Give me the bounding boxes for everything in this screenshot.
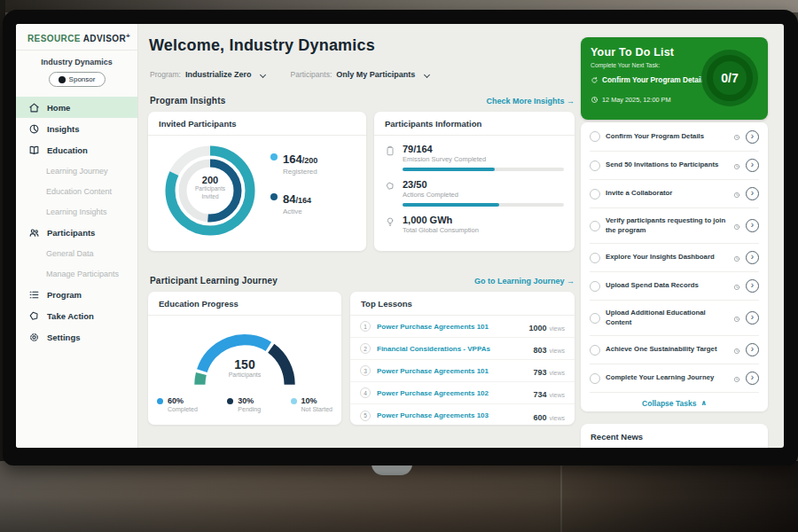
sidebar-item-manage-participants[interactable]: Manage Participants (16, 263, 137, 284)
todo-list-card: Confirm Your Program Details Send 50 Inv… (581, 122, 768, 411)
invited-donut-chart: 200 ParticipantsInvited (160, 141, 260, 240)
todo-item: Send 50 Invitations to Participants (590, 151, 759, 179)
sidebar-nav: Home Insights Education Learning Journey… (16, 97, 137, 348)
sidebar-item-label: Education Content (46, 187, 112, 196)
photo-of-monitor: RESOURCE ADVISOR+ Industry Dynamics Spon… (0, 0, 798, 532)
legend-dot (270, 193, 278, 200)
checkbox[interactable] (590, 373, 600, 384)
section-title: Participant Learning Journey (150, 276, 278, 286)
logo-text-primary: RESOURCE (27, 34, 81, 43)
rank-badge: 1 (360, 321, 371, 332)
action-badge-icon (27, 309, 40, 322)
stat-actions-completed: 23/50 Actions Completed (374, 171, 575, 207)
rank-badge: 3 (360, 365, 371, 376)
lesson-link[interactable]: Power Purchase Agreements 101 (377, 367, 527, 375)
gauge-legend: 60%Completed 30%Pending 10%Not Started (157, 396, 332, 412)
checkbox[interactable] (590, 131, 600, 142)
checkbox[interactable] (590, 189, 600, 200)
insights-pie-icon (27, 122, 40, 135)
participants-information-card: Participants Information 79/164 Emission… (374, 112, 575, 251)
clock-icon (733, 371, 740, 387)
go-button[interactable] (746, 311, 759, 325)
app-logo: RESOURCE ADVISOR+ (16, 24, 137, 51)
sidebar-item-label: Learning Insights (46, 207, 107, 216)
education-gauge-chart: 150 Participants (178, 318, 311, 391)
lesson-row: 3 Power Purchase Agreements 101 793views (350, 360, 575, 382)
donut-legend: 164/200 Registered 84/164 Active (270, 151, 317, 215)
clock-icon (733, 278, 740, 294)
list-icon (27, 288, 40, 301)
todo-next-task: Confirm Your Program Details (602, 75, 707, 84)
arrow-right-icon: → (567, 277, 575, 286)
legend-completed: 60%Completed (157, 396, 198, 412)
lesson-row: 4 Power Purchase Agreements 102 734views (350, 382, 575, 404)
go-button[interactable] (746, 187, 759, 200)
sponsor-badge-label: Sponsor (69, 75, 96, 83)
lesson-link[interactable]: Power Purchase Agreements 103 (377, 411, 527, 419)
chevron-down-icon (424, 71, 430, 77)
sidebar-item-education-content[interactable]: Education Content (16, 181, 137, 201)
sidebar-item-insights[interactable]: Insights (16, 118, 137, 139)
todo-item: Confirm Your Program Details (590, 122, 759, 151)
checkbox[interactable] (590, 281, 600, 292)
todo-item: Explore Your Insights Dashboard (590, 243, 759, 271)
clock-icon (733, 186, 740, 202)
sidebar-item-take-action[interactable]: Take Action (16, 305, 137, 326)
go-button[interactable] (746, 372, 759, 385)
monitor-bezel: RESOURCE ADVISOR+ Industry Dynamics Spon… (3, 10, 798, 466)
program-value: Industrialize Zero (185, 70, 252, 79)
sidebar-item-learning-journey[interactable]: Learning Journey (16, 160, 137, 181)
go-button[interactable] (746, 343, 759, 356)
desk-shadow (0, 497, 798, 532)
go-button[interactable] (746, 251, 759, 264)
arrow-right-icon: → (567, 97, 575, 106)
legend-dot (291, 398, 297, 404)
go-to-learning-journey-link[interactable]: Go to Learning Journey → (474, 277, 575, 286)
legend-dot (227, 398, 233, 404)
checkbox[interactable] (590, 313, 600, 324)
bulb-icon (385, 215, 395, 234)
legend-registered: 164/200 Registered (270, 151, 317, 176)
sidebar-item-learning-insights[interactable]: Learning Insights (16, 201, 137, 222)
chevron-down-icon (260, 71, 266, 77)
participants-dropdown[interactable]: Participants: Only My Participants (290, 70, 429, 79)
card-title: Invited Participants (148, 112, 366, 136)
lesson-link[interactable]: Financial Considerations - VPPAs (377, 345, 527, 353)
sidebar-item-settings[interactable]: Settings (16, 326, 137, 348)
sidebar-item-program[interactable]: Program (16, 284, 137, 305)
check-more-insights-link[interactable]: Check More Insights → (486, 97, 575, 106)
checkbox[interactable] (590, 345, 600, 356)
top-lessons-card: Top Lessons 1 Power Purchase Agreements … (350, 292, 575, 425)
go-button[interactable] (746, 159, 759, 172)
collapse-tasks-link[interactable]: Collapse Tasks ∧ (590, 392, 759, 413)
lesson-row: 5 Power Purchase Agreements 103 600views (350, 404, 575, 426)
clock-icon (733, 250, 740, 266)
sidebar-item-label: General Data (46, 249, 94, 258)
sidebar: RESOURCE ADVISOR+ Industry Dynamics Spon… (16, 24, 138, 448)
go-button[interactable] (746, 130, 759, 144)
go-button[interactable] (746, 279, 759, 293)
checkbox[interactable] (590, 221, 600, 231)
donut-center-label: 200 ParticipantsInvited (160, 175, 260, 201)
card-title: Participants Information (374, 112, 575, 136)
progress-bar (403, 168, 564, 171)
lesson-link[interactable]: Power Purchase Agreements 102 (377, 389, 527, 397)
card-title: Recent News (581, 424, 768, 448)
sidebar-item-general-data[interactable]: General Data (16, 243, 137, 263)
progress-bar-fill (403, 203, 499, 207)
sponsor-badge[interactable]: Sponsor (49, 72, 106, 87)
lesson-link[interactable]: Power Purchase Agreements 101 (377, 323, 522, 331)
go-button[interactable] (746, 219, 759, 232)
clock-icon (733, 218, 740, 234)
checkbox[interactable] (590, 253, 600, 263)
sidebar-item-education[interactable]: Education (16, 139, 137, 160)
card-title: Education Progress (148, 292, 341, 316)
program-dropdown[interactable]: Program: Industrialize Zero (150, 70, 265, 79)
clock-icon (733, 342, 740, 358)
program-label: Program: (150, 70, 181, 79)
sidebar-item-label: Program (47, 290, 82, 300)
logo-text-secondary: ADVISOR (83, 34, 126, 43)
sidebar-item-participants[interactable]: Participants (16, 222, 137, 243)
checkbox[interactable] (590, 160, 600, 171)
sidebar-item-home[interactable]: Home (16, 97, 137, 118)
